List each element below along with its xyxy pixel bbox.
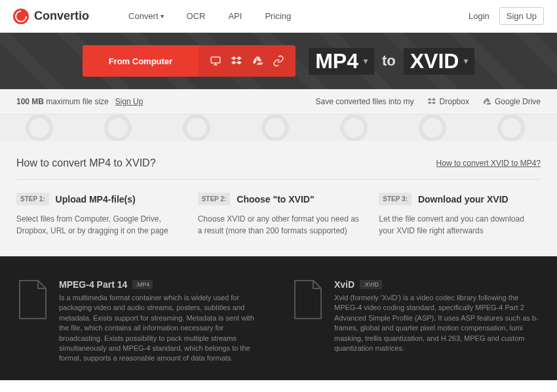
step-title: Upload MP4-file(s) (56, 194, 136, 205)
step-desc: Choose XVID or any other format you need… (198, 213, 360, 237)
steps-row: STEP 1: Upload MP4-file(s) Select files … (16, 193, 541, 237)
hero-conversion-bar: From Computer MP4 ▾ to XVID ▾ (0, 33, 557, 89)
format-name: XviD (334, 279, 355, 290)
to-label: to (382, 52, 396, 69)
svg-rect-0 (211, 57, 220, 63)
save-google-drive[interactable]: Google Drive (482, 97, 541, 106)
convertio-logo-icon (13, 9, 29, 24)
file-icon (16, 279, 49, 364)
source-selector: From Computer (83, 45, 296, 77)
step-desc: Select files from Computer, Google Drive… (16, 213, 178, 237)
source-icons (199, 45, 296, 77)
step-3: STEP 3: Download your XVID Let the file … (379, 193, 541, 237)
format-name: MPEG-4 Part 14 (59, 279, 127, 290)
howto-header: How to convert MP4 to XVID? How to conve… (16, 157, 541, 180)
signup-inline-link[interactable]: Sign Up (115, 97, 144, 106)
header-right: Login Sign Up (469, 7, 544, 25)
link-icon[interactable] (268, 55, 289, 67)
save-destinations: Save converted files into my Dropbox Goo… (316, 97, 541, 106)
step-title: Download your XVID (418, 194, 509, 205)
nav-convert[interactable]: Convert ▾ (128, 11, 164, 21)
step-1: STEP 1: Upload MP4-file(s) Select files … (16, 193, 178, 237)
format-block-mp4: MPEG-4 Part 14 .MP4 Is a multimedia form… (16, 279, 265, 364)
howto-section: How to convert MP4 to XVID? How to conve… (0, 141, 557, 256)
max-file-size: 100 MB maximum file size (16, 97, 109, 106)
from-computer-button[interactable]: From Computer (83, 45, 199, 77)
save-dropbox[interactable]: Dropbox (427, 97, 469, 106)
nav-api[interactable]: API (228, 11, 242, 21)
format-selector: MP4 ▾ to XVID ▾ (309, 48, 474, 75)
format-from-dropdown[interactable]: MP4 ▾ (309, 48, 374, 75)
save-into-label: Save converted files into my (316, 97, 414, 106)
reverse-conversion-link[interactable]: How to convert XVID to MP4? (436, 159, 541, 168)
format-to-dropdown[interactable]: XVID ▾ (404, 48, 475, 75)
howto-title: How to convert MP4 to XVID? (16, 157, 156, 169)
chevron-down-icon: ▾ (464, 56, 468, 66)
nav-pricing[interactable]: Pricing (265, 11, 291, 21)
dropbox-icon (427, 97, 436, 106)
step-label: STEP 3: (379, 193, 412, 205)
step-label: STEP 2: (198, 193, 231, 205)
header: Convertio Convert ▾ OCR API Pricing Logi… (0, 0, 557, 33)
google-drive-icon[interactable] (247, 55, 268, 67)
format-ext-badge: .XVID (360, 280, 382, 289)
step-2: STEP 2: Choose "to XVID" Choose XVID or … (198, 193, 360, 237)
format-ext-badge: .MP4 (132, 280, 153, 289)
google-drive-icon (482, 97, 491, 106)
format-desc: Is a multimedia format container which i… (59, 293, 265, 364)
chevron-down-icon: ▾ (161, 12, 164, 20)
format-block-xvid: XviD .XVID Xvid (formerly 'XviD') is a v… (292, 279, 541, 364)
signup-button[interactable]: Sign Up (499, 7, 544, 25)
decorative-band (0, 115, 557, 141)
step-desc: Let the file convert and you can downloa… (379, 213, 541, 237)
nav-ocr[interactable]: OCR (187, 11, 206, 21)
brand-name: Convertio (34, 9, 89, 23)
file-icon (292, 279, 324, 364)
format-info-section: MPEG-4 Part 14 .MP4 Is a multimedia form… (0, 256, 557, 380)
login-link[interactable]: Login (469, 11, 490, 21)
brand-logo[interactable]: Convertio (13, 9, 89, 24)
main-nav: Convert ▾ OCR API Pricing (128, 11, 291, 21)
format-desc: Xvid (formerly 'XviD') is a video codec … (334, 293, 541, 353)
desktop-icon[interactable] (205, 55, 226, 67)
step-label: STEP 1: (16, 193, 49, 205)
step-title: Choose "to XVID" (237, 194, 314, 205)
info-bar: 100 MB maximum file size Sign Up Save co… (0, 89, 557, 115)
chevron-down-icon: ▾ (364, 56, 368, 66)
dropbox-icon[interactable] (226, 55, 247, 67)
